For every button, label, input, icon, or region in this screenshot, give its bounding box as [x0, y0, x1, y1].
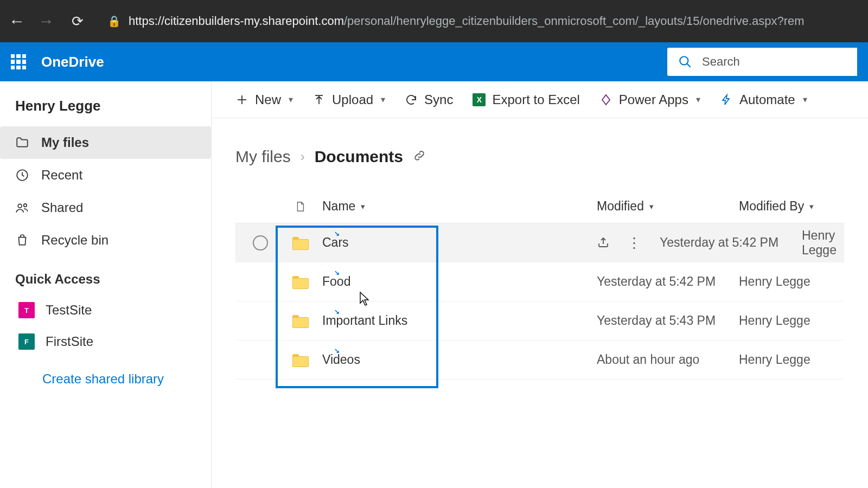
sidebar-item-label: My files: [41, 135, 89, 150]
select-checkbox[interactable]: [253, 235, 268, 251]
new-button[interactable]: New ▾: [235, 92, 293, 107]
url-text: https://citizenbuilders-my.sharepoint.co…: [129, 14, 805, 28]
app-name[interactable]: OneDrive: [41, 54, 104, 70]
site-avatar: T: [18, 302, 35, 318]
table-row[interactable]: ↘ Food Yesterday at 5:42 PM Henry Legge: [235, 262, 844, 301]
share-icon[interactable]: [597, 236, 610, 249]
column-modified-by[interactable]: Modified By ▾: [739, 199, 844, 214]
command-bar: New ▾ Upload ▾ Sync X Export to Excel Po…: [212, 81, 868, 118]
folder-icon: [15, 136, 29, 150]
chevron-down-icon: ▾: [809, 202, 814, 211]
item-modified: Yesterday at 5:42 PM: [660, 235, 802, 250]
upload-icon: [312, 93, 326, 106]
quick-access-heading: Quick Access: [0, 256, 211, 294]
chevron-down-icon: ▾: [803, 94, 807, 105]
column-modified[interactable]: Modified ▾: [597, 199, 739, 214]
people-icon: [15, 201, 29, 215]
item-modified-by: Henry Legge: [739, 313, 844, 328]
sync-icon: [405, 93, 418, 106]
upload-button[interactable]: Upload ▾: [312, 92, 385, 107]
item-name: Important Links: [322, 313, 407, 328]
svg-point-0: [680, 56, 688, 65]
main-content: New ▾ Upload ▾ Sync X Export to Excel Po…: [212, 81, 868, 488]
table-row[interactable]: ↘ Videos About an hour ago Henry Legge: [235, 341, 844, 380]
item-modified: Yesterday at 5:42 PM: [597, 274, 739, 289]
search-icon: [678, 55, 692, 69]
forward-button[interactable]: →: [38, 12, 54, 30]
create-shared-library-link[interactable]: Create shared library: [0, 357, 211, 401]
item-modified: Yesterday at 5:43 PM: [597, 313, 739, 328]
file-table: Name ▾ Modified ▾ Modified By ▾: [235, 190, 844, 380]
shared-indicator-icon: ↘: [334, 269, 340, 277]
site-avatar: F: [18, 333, 35, 350]
svg-line-1: [687, 63, 691, 67]
breadcrumb-current: Documents: [315, 147, 403, 166]
sidebar-item-shared[interactable]: Shared: [0, 191, 211, 224]
search-placeholder: Search: [702, 55, 740, 69]
sidebar-site-testsite[interactable]: T TestSite: [0, 294, 211, 326]
sidebar-item-label: Shared: [41, 200, 83, 215]
sidebar-site-label: TestSite: [46, 303, 92, 318]
folder-icon: [292, 315, 308, 327]
lock-icon: 🔒: [107, 15, 121, 28]
table-body: ↘ Cars ⋮ Yesterday at 5:42 PM Henry Legg…: [235, 223, 844, 380]
sidebar-item-my-files[interactable]: My files: [0, 126, 211, 159]
item-modified: About an hour ago: [597, 352, 739, 367]
automate-button[interactable]: Automate ▾: [720, 92, 807, 107]
chevron-down-icon: ▾: [361, 202, 365, 211]
power-apps-icon: [599, 93, 612, 106]
address-bar[interactable]: 🔒 https://citizenbuilders-my.sharepoint.…: [107, 14, 859, 28]
table-header: Name ▾ Modified ▾ Modified By ▾: [235, 190, 844, 223]
folder-icon: [292, 237, 308, 249]
sidebar-site-firstsite[interactable]: F FirstSite: [0, 326, 211, 357]
item-modified-by: Henry Legge: [802, 228, 844, 258]
table-row[interactable]: ↘ Cars ⋮ Yesterday at 5:42 PM Henry Legg…: [235, 223, 844, 262]
recycle-bin-icon: [15, 233, 29, 247]
sync-button[interactable]: Sync: [405, 92, 453, 107]
row-actions: ⋮: [597, 236, 641, 250]
clock-icon: [15, 168, 29, 182]
chevron-down-icon: ▾: [696, 94, 700, 105]
plus-icon: [235, 93, 248, 106]
chevron-down-icon: ▾: [381, 94, 385, 105]
chevron-down-icon: ▾: [649, 202, 654, 211]
breadcrumb-root[interactable]: My files: [235, 147, 291, 166]
sidebar-item-recycle-bin[interactable]: Recycle bin: [0, 224, 211, 256]
breadcrumb: My files › Documents: [235, 147, 844, 166]
column-name[interactable]: Name ▾: [315, 199, 597, 214]
suite-bar: OneDrive Search: [0, 42, 868, 81]
sidebar-item-recent[interactable]: Recent: [0, 159, 211, 191]
sidebar-user-name: Henry Legge: [0, 92, 211, 126]
refresh-button[interactable]: ⟳: [72, 13, 84, 30]
browser-chrome: ← → ⟳ 🔒 https://citizenbuilders-my.share…: [0, 0, 868, 42]
sidebar-item-label: Recycle bin: [41, 233, 108, 248]
file-type-column-icon: [285, 199, 315, 214]
item-modified-by: Henry Legge: [739, 352, 844, 367]
export-to-excel-button[interactable]: X Export to Excel: [473, 92, 579, 107]
chevron-right-icon: ›: [301, 149, 305, 164]
sidebar-item-label: Recent: [41, 168, 82, 183]
table-row[interactable]: ↘ Important Links Yesterday at 5:43 PM H…: [235, 301, 844, 341]
app-launcher-icon[interactable]: [11, 54, 26, 69]
automate-icon: [720, 93, 733, 106]
shared-indicator-icon: ↘: [334, 347, 340, 355]
back-button[interactable]: ←: [9, 12, 25, 30]
item-name: Videos: [322, 352, 360, 367]
item-name: Food: [322, 274, 350, 289]
folder-icon: [292, 276, 308, 288]
shared-indicator-icon: ↘: [334, 230, 340, 237]
excel-icon: X: [473, 93, 486, 106]
power-apps-button[interactable]: Power Apps ▾: [599, 92, 700, 107]
item-modified-by: Henry Legge: [739, 274, 844, 289]
folder-icon: [292, 354, 308, 366]
more-actions-button[interactable]: ⋮: [627, 236, 641, 250]
search-input[interactable]: Search: [667, 48, 857, 76]
sidebar-site-label: FirstSite: [46, 334, 93, 349]
item-name: Cars: [322, 235, 349, 250]
sidebar: Henry Legge My files Recent Shared Recyc…: [0, 81, 212, 488]
copy-link-icon[interactable]: [413, 147, 426, 166]
chevron-down-icon: ▾: [289, 94, 293, 105]
shared-indicator-icon: ↘: [334, 308, 340, 316]
svg-point-4: [24, 204, 27, 207]
svg-point-3: [18, 204, 22, 208]
